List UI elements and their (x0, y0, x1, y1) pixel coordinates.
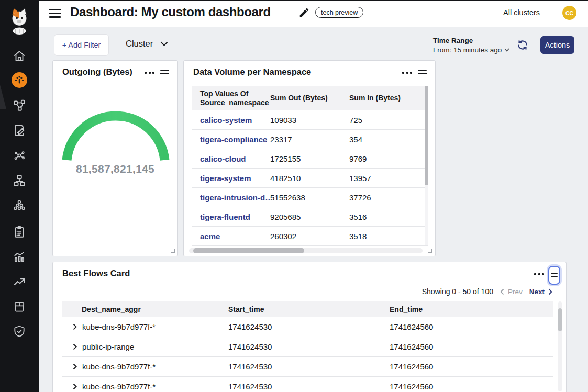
home-icon (13, 49, 26, 63)
prev-page-button[interactable]: Prev (500, 288, 523, 296)
scrollbar-thumb[interactable] (558, 308, 562, 331)
dest-name-value: kube-dns-9b7d977f-* (82, 362, 156, 371)
sum-out-value: 51552638 (270, 193, 349, 202)
dest-name-value: public-ip-range (82, 342, 134, 351)
card-drag-handle-icon[interactable] (548, 266, 560, 285)
activity-icon (13, 250, 26, 264)
vertical-scrollbar[interactable] (425, 86, 428, 245)
namespace-link[interactable]: calico-system (200, 116, 270, 125)
cluster-dropdown-label: Cluster (126, 39, 153, 49)
security-events-icon (13, 324, 26, 338)
vertical-scrollbar[interactable] (558, 301, 562, 391)
sum-out-value: 260302 (270, 232, 349, 241)
data-volume-table: Top Values Of Source_namespace Sum Out (… (192, 86, 428, 246)
start-time-value: 1741624530 (228, 342, 390, 351)
time-range-control: Time Range From: 15 minutes ago (433, 37, 509, 54)
window-top-edge (0, 0, 588, 1)
row-expand-chevron-icon[interactable] (73, 323, 77, 330)
policies-icon (13, 124, 26, 137)
scrollbar-thumb[interactable] (425, 86, 428, 185)
actions-button[interactable]: Actions (540, 36, 574, 54)
sidebar-item-networks[interactable] (12, 173, 27, 188)
sidebar-item-endpoints[interactable] (12, 198, 27, 214)
cluster-scope-selector[interactable]: All clusters (503, 8, 540, 17)
horizontal-scrollbar[interactable] (189, 248, 423, 253)
compliance-icon (13, 225, 26, 239)
card-resize-handle[interactable] (428, 249, 432, 253)
table-row: public-ip-range 1741624530 1741624560 (62, 337, 553, 357)
end-time-value: 1741624560 (390, 322, 553, 331)
namespace-link[interactable]: tigera-intrusion-d… (200, 193, 270, 202)
calico-cat-logo[interactable] (7, 6, 31, 36)
table-row: tigera-intrusion-d… 51552638 37726 (192, 188, 428, 207)
column-header[interactable]: Top Values Of Source_namespace (200, 89, 270, 107)
card-title: Outgoing (Bytes) (62, 67, 132, 77)
sum-out-value: 23317 (270, 135, 349, 144)
sidebar-item-flow-visualizations[interactable] (12, 148, 27, 163)
card-menu-dots-icon[interactable] (402, 72, 412, 74)
start-time-value: 1741624530 (228, 382, 390, 391)
sidebar-item-service-graph[interactable] (12, 97, 27, 113)
user-avatar[interactable]: CC (562, 6, 576, 20)
namespace-link[interactable]: calico-cloud (200, 154, 270, 163)
table-row: tigera-fluentd 9205685 3516 (192, 207, 428, 227)
namespace-link[interactable]: tigera-system (200, 174, 270, 183)
end-time-value: 1741624560 (390, 342, 553, 351)
next-page-button[interactable]: Next (529, 288, 552, 296)
column-header[interactable]: End_time (390, 305, 553, 313)
data-volume-card: Data Volume per Namespace Top Values Of … (183, 60, 436, 256)
column-header[interactable]: Dest_name_aggr (82, 305, 228, 313)
time-range-value[interactable]: From: 15 minutes ago (433, 46, 509, 54)
sum-out-value: 1725155 (270, 154, 349, 163)
card-resize-handle[interactable] (171, 249, 175, 253)
card-title: Data Volume per Namespace (193, 67, 311, 77)
sidebar-item-security-events[interactable] (12, 323, 27, 339)
table-row: calico-system 109033 725 (192, 110, 428, 130)
add-filter-button[interactable]: + Add Filter (54, 34, 109, 56)
chevron-down-icon (160, 41, 168, 46)
table-row: acme 260302 3518 (192, 227, 428, 246)
prev-label: Prev (508, 288, 523, 296)
sidebar-item-compliance[interactable] (12, 224, 27, 240)
scrollbar-thumb[interactable] (193, 248, 304, 253)
sum-in-value: 13957 (349, 174, 428, 183)
sidebar-item-image-assurance[interactable] (12, 299, 27, 315)
refresh-icon[interactable] (517, 39, 528, 51)
gauge-value: 81,587,821,145 (53, 163, 177, 175)
edit-pencil-icon[interactable] (298, 7, 310, 18)
namespace-link[interactable]: tigera-fluentd (200, 212, 270, 221)
table-row: tigera-compliance 23317 354 (192, 130, 428, 149)
table-header-row: Top Values Of Source_namespace Sum Out (… (192, 86, 428, 110)
row-expand-chevron-icon[interactable] (73, 383, 77, 390)
namespace-link[interactable]: acme (200, 232, 270, 241)
start-time-value: 1741624530 (228, 322, 390, 331)
namespace-link[interactable]: tigera-compliance (200, 135, 270, 144)
card-menu-dots-icon[interactable] (534, 273, 544, 275)
top-header: Dashboard: My custom dashboard tech prev… (39, 1, 588, 27)
card-drag-handle-icon[interactable] (418, 70, 427, 76)
card-menu-dots-icon[interactable] (145, 72, 154, 74)
card-drag-handle-icon[interactable] (160, 70, 169, 76)
sidebar-item-policies[interactable] (12, 122, 27, 138)
row-expand-chevron-icon[interactable] (73, 343, 77, 350)
outgoing-bytes-card: Outgoing (Bytes) 81,587,821,145 (52, 60, 178, 256)
row-expand-chevron-icon[interactable] (73, 363, 77, 370)
gauge-arc (57, 102, 174, 170)
sidebar-item-home[interactable] (12, 48, 27, 64)
sidebar-item-activity[interactable] (12, 249, 27, 265)
showing-count-label: Showing 0 - 50 of 100 (422, 287, 493, 296)
sum-in-value: 3518 (349, 232, 428, 241)
best-flows-card: Best Flows Card Showing 0 - 50 of 100 Pr… (52, 262, 567, 392)
cluster-dropdown[interactable]: Cluster (126, 39, 168, 49)
column-header[interactable]: Sum Out (Bytes) (270, 94, 349, 103)
sidebar-item-threat-feeds[interactable] (12, 274, 27, 289)
card-title: Best Flows Card (62, 268, 130, 278)
column-header[interactable]: Sum In (Bytes) (349, 94, 428, 103)
column-header[interactable]: Start_time (228, 305, 390, 313)
dest-name-value: kube-dns-9b7d977f-* (82, 382, 156, 391)
chevron-down-icon (504, 48, 509, 52)
app-root: Dashboard: My custom dashboard tech prev… (0, 0, 588, 392)
sum-in-value: 354 (349, 135, 428, 144)
sidebar-item-dashboards[interactable] (12, 72, 27, 88)
menu-hamburger-icon[interactable] (49, 9, 61, 18)
